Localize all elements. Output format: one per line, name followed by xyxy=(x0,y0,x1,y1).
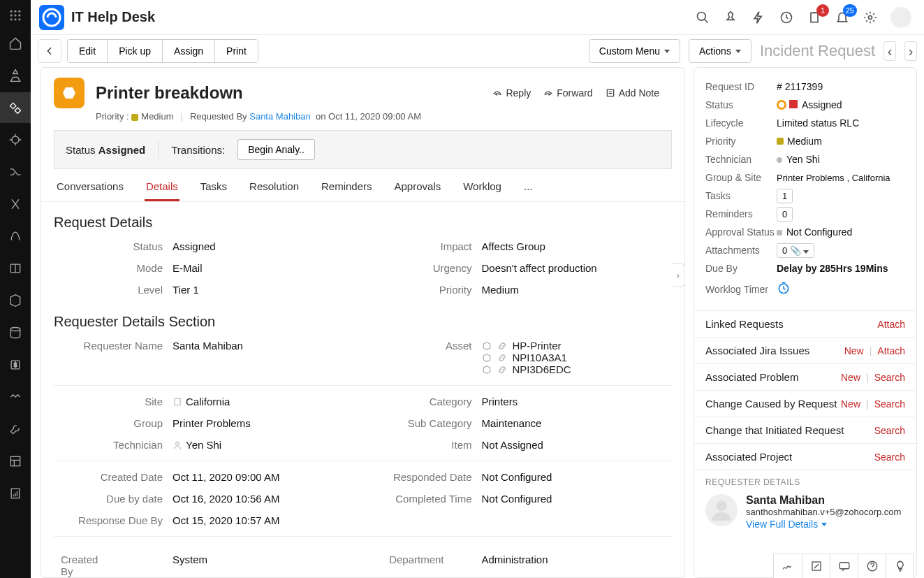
svg-rect-14 xyxy=(10,456,20,465)
nav-book-icon[interactable] xyxy=(0,253,31,284)
jira-row: Associated Jira IssuesNew|Attach xyxy=(694,337,916,363)
nav-handshake-icon[interactable] xyxy=(0,382,31,412)
main-panel: Printer breakdown Reply Forward Add Note… xyxy=(41,67,685,578)
sp-attachments: Attachments0 📎 xyxy=(705,241,905,259)
requester-name: Santa Mahiban xyxy=(746,494,901,507)
action-toolbar: Edit Pick up Assign Print Custom Menu Ac… xyxy=(31,35,924,67)
view-full-details-link[interactable]: View Full Details xyxy=(746,519,901,530)
field-mode: ModeE-Mail xyxy=(54,262,363,274)
timer-icon[interactable] xyxy=(777,281,791,295)
sp-due-by: Due ByDelay by 285Hrs 19Mins xyxy=(705,259,905,277)
tab-more[interactable]: ... xyxy=(522,176,534,201)
sp-group-site: Group & SitePrinter Problems , Californi… xyxy=(705,168,905,187)
float-sign-icon[interactable] xyxy=(774,554,802,578)
search-link[interactable]: Search xyxy=(874,451,905,463)
left-nav-sidebar: $ xyxy=(0,0,31,578)
float-chat-icon[interactable] xyxy=(830,554,858,578)
tab-tasks[interactable]: Tasks xyxy=(199,176,228,201)
nav-bug-icon[interactable] xyxy=(0,124,31,155)
tab-conversations[interactable]: Conversations xyxy=(55,176,125,201)
requester-avatar-icon xyxy=(705,494,738,526)
field-site: SiteCalifornia xyxy=(54,396,363,407)
new-link[interactable]: New xyxy=(841,398,860,410)
nav-tools-icon[interactable] xyxy=(0,189,31,219)
status-value: Assigned xyxy=(98,144,146,156)
field-asset: Asset HP-Printer NPI10A3A1 NPI3D6EDC xyxy=(363,340,673,375)
pin-icon[interactable] xyxy=(723,10,738,25)
user-avatar[interactable] xyxy=(890,7,911,28)
expand-sidepanel-handle[interactable]: › xyxy=(671,263,685,287)
nav-cube-icon[interactable] xyxy=(0,285,31,316)
svg-text:$: $ xyxy=(14,361,17,368)
bolt-icon[interactable] xyxy=(751,10,766,25)
field-department: DepartmentAdministration xyxy=(363,554,673,577)
clipboard-icon[interactable]: 1 xyxy=(807,10,822,25)
history-icon[interactable] xyxy=(779,10,794,25)
svg-point-5 xyxy=(18,14,20,16)
reply-button[interactable]: Reply xyxy=(492,87,531,99)
priority-label: Priority : Medium xyxy=(96,111,174,122)
nav-layout-icon[interactable] xyxy=(0,446,31,477)
svg-point-20 xyxy=(869,15,872,19)
new-link[interactable]: New xyxy=(841,372,860,383)
apps-grid-icon[interactable] xyxy=(4,4,27,27)
chevron-down-icon xyxy=(664,50,670,53)
field-status: StatusAssigned xyxy=(54,240,363,252)
search-link[interactable]: Search xyxy=(874,372,905,383)
tab-reminders[interactable]: Reminders xyxy=(320,176,374,201)
next-ticket-button[interactable]: › xyxy=(904,41,917,61)
linked-requests-row: Linked RequestsAttach xyxy=(694,310,916,337)
attach-link[interactable]: Attach xyxy=(877,319,905,330)
begin-analysis-button[interactable]: Begin Analy.. xyxy=(237,139,315,160)
nav-report-icon[interactable] xyxy=(0,478,31,509)
tab-worklog[interactable]: Worklog xyxy=(462,176,503,201)
nav-icon-2[interactable] xyxy=(0,60,31,91)
attach-link[interactable]: Attach xyxy=(877,345,905,356)
sp-reminders: Reminders0 xyxy=(705,205,905,223)
tab-details[interactable]: Details xyxy=(145,176,179,201)
app-title: IT Help Desk xyxy=(71,9,155,25)
nav-tickets-icon[interactable] xyxy=(0,92,31,123)
request-details-header: Request Details xyxy=(54,215,672,231)
float-help-icon[interactable] xyxy=(858,554,886,578)
custom-menu-button[interactable]: Custom Menu xyxy=(589,39,680,63)
side-panel: Request ID# 2117399 StatusAssigned Lifec… xyxy=(694,67,917,578)
float-bulb-icon[interactable] xyxy=(886,554,914,578)
bell-icon[interactable]: 25 xyxy=(835,10,850,25)
back-button[interactable] xyxy=(38,39,61,63)
field-completed-time: Completed TimeNot Configured xyxy=(363,493,673,505)
requester-link[interactable]: Santa Mahiban xyxy=(249,111,310,122)
assign-button[interactable]: Assign xyxy=(163,40,215,62)
settings-icon[interactable] xyxy=(863,10,878,25)
prev-ticket-button[interactable]: ‹ xyxy=(883,41,896,61)
nav-shuffle-icon[interactable] xyxy=(0,157,31,187)
nav-rocket-icon[interactable] xyxy=(0,221,31,252)
search-icon[interactable] xyxy=(695,10,710,25)
svg-rect-22 xyxy=(175,398,180,405)
nav-home-icon[interactable] xyxy=(0,28,31,59)
problem-row: Associated ProblemNew|Search xyxy=(694,363,916,390)
float-edit-icon[interactable] xyxy=(802,554,830,578)
nav-db-icon[interactable] xyxy=(0,317,31,348)
new-link[interactable]: New xyxy=(844,345,864,356)
search-link[interactable]: Search xyxy=(874,398,905,410)
edit-button[interactable]: Edit xyxy=(68,40,108,62)
field-priority: PriorityMedium xyxy=(363,284,673,296)
forward-button[interactable]: Forward xyxy=(543,87,592,99)
project-row: Associated ProjectSearch xyxy=(694,443,916,470)
actions-button[interactable]: Actions xyxy=(689,39,751,63)
tab-resolution[interactable]: Resolution xyxy=(248,176,300,201)
change-initiated-row: Change that Initiated RequestSearch xyxy=(694,417,916,443)
tab-approvals[interactable]: Approvals xyxy=(393,176,443,201)
add-note-button[interactable]: Add Note xyxy=(606,87,659,99)
print-button[interactable]: Print xyxy=(215,40,258,62)
search-link[interactable]: Search xyxy=(874,425,905,436)
pickup-button[interactable]: Pick up xyxy=(108,40,163,62)
nav-dollar-icon[interactable]: $ xyxy=(0,349,31,380)
nav-wrench-icon[interactable] xyxy=(0,414,31,445)
svg-point-16 xyxy=(43,9,60,26)
sp-tasks: Tasks1 xyxy=(705,187,905,205)
ticket-tabs: Conversations Details Tasks Resolution R… xyxy=(41,169,684,202)
change-caused-row: Change Caused by RequestNew|Search xyxy=(694,390,916,417)
svg-point-17 xyxy=(698,12,706,20)
